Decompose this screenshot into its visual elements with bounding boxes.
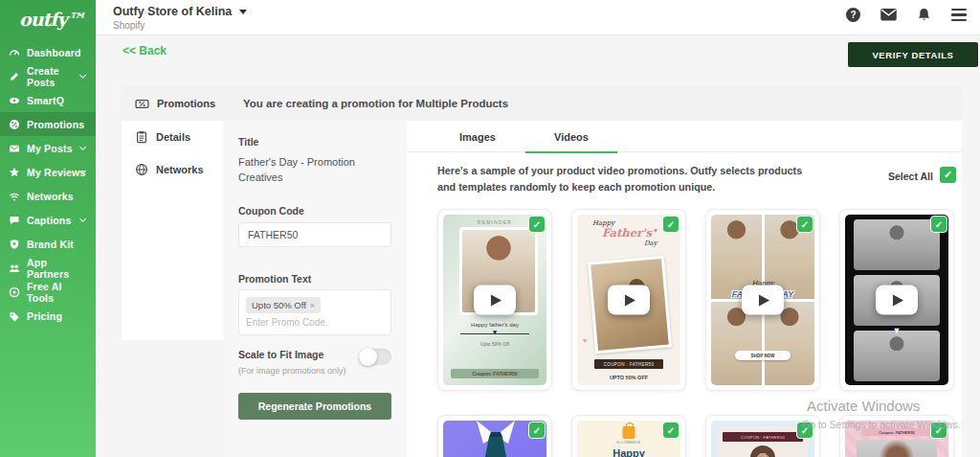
play-icon[interactable]: [608, 286, 650, 315]
video-card[interactable]: ✓ Happy FATHER'S DAY SHOP NOW: [705, 209, 820, 391]
menu-icon[interactable]: [951, 9, 967, 21]
bell-icon[interactable]: [917, 8, 931, 22]
wizard-header-strip: Promotions You are creating a promotion …: [122, 86, 962, 121]
play-icon[interactable]: [742, 286, 784, 315]
sidebar-item-dashboard[interactable]: Dashboard: [0, 40, 96, 64]
promotion-text-input[interactable]: Upto 50% Off × Enter Promo Code.: [238, 289, 391, 335]
store-switcher[interactable]: Outfy Store of Kelina: [113, 5, 247, 18]
ticket-icon: [135, 97, 149, 111]
help-icon[interactable]: ?: [846, 8, 860, 22]
video-thumbnail: REMINDER Happy father's day ♥ Upto 50% O…: [443, 215, 546, 385]
shopping-bag-icon: [623, 426, 635, 439]
sidebar-item-networks[interactable]: Networks: [0, 184, 96, 208]
sidebar-item-promotions[interactable]: Promotions: [0, 112, 96, 136]
video-card[interactable]: ✓: [437, 415, 552, 457]
sidebar-item-label: Promotions: [27, 119, 84, 130]
card-coupon: COUPON : FATHER50: [723, 432, 803, 442]
card-heading: Father's: [602, 226, 652, 240]
sidebar-item-my-reviews[interactable]: My Reviews: [0, 160, 96, 184]
coupon-code-label: Coupon Code: [238, 205, 304, 217]
card-logo-text: E-COMMERCE: [577, 441, 680, 445]
sidebar-item-label: Pricing: [27, 310, 62, 322]
envelope-icon: [9, 143, 20, 154]
promotion-banner: You are creating a promotion for Multipl…: [243, 86, 508, 121]
selected-checkmark[interactable]: ✓: [796, 216, 813, 233]
verify-details-button[interactable]: VERIFY DETAILS: [848, 42, 978, 67]
eye-icon: [9, 95, 20, 106]
video-thumbnail: Happy Father's ♥ Day ♥ COUPON : FATHER50…: [577, 215, 680, 385]
platform-label: Shopify: [113, 20, 145, 31]
heart-icon: ♥: [583, 337, 587, 344]
chevron-down-icon: [79, 144, 86, 150]
mail-icon[interactable]: [880, 9, 897, 21]
back-link[interactable]: << Back: [122, 44, 167, 57]
selected-checkmark[interactable]: ✓: [930, 216, 947, 233]
video-card[interactable]: ✓ Father's day ▼: [839, 209, 954, 391]
heart-icon: ♥: [654, 227, 657, 234]
clipboard-icon: [135, 130, 148, 144]
gallery-description: Here's a sample of your product video pr…: [437, 163, 813, 194]
wizard-step-details[interactable]: Details: [122, 121, 223, 153]
selected-checkmark[interactable]: ✓: [662, 422, 679, 439]
gauge-icon: [9, 47, 20, 58]
dropdown-caret-icon: [239, 10, 247, 14]
sidebar-item-free-ai-tools[interactable]: Free AI Tools: [0, 280, 96, 304]
sidebar-item-label: Dashboard: [27, 47, 81, 58]
video-card[interactable]: ✓ REMINDER Happy father's day ♥ Upto 50%…: [437, 209, 552, 391]
sidebar-item-captions[interactable]: Captions: [0, 208, 96, 232]
video-thumbnail: Father's day ▼: [845, 215, 948, 385]
down-arrow-icon: ▼: [845, 326, 948, 335]
details-form: Title Father's Day - Promotion Creatives…: [223, 121, 407, 457]
play-icon[interactable]: [876, 286, 918, 315]
tab-videos[interactable]: Videos: [525, 121, 617, 152]
selected-checkmark[interactable]: ✓: [528, 422, 546, 439]
store-name: Outfy Store of Kelina: [113, 5, 232, 18]
wizard-step-networks[interactable]: Networks: [122, 153, 223, 186]
card-caption: Happy father's day: [443, 322, 546, 328]
regenerate-promotions-button[interactable]: Regenerate Promotions: [238, 393, 391, 420]
wizard-nav: Details Networks: [122, 121, 223, 340]
pencil-icon: [9, 71, 20, 82]
wizard-step-promotions[interactable]: Promotions: [122, 86, 223, 121]
scale-note: (For image promotions only): [238, 366, 346, 376]
sidebar-item-brand-kit[interactable]: Brand Kit: [0, 232, 96, 256]
sidebar-item-label: Brand Kit: [27, 239, 74, 250]
selected-checkmark[interactable]: ✓: [528, 216, 546, 233]
remove-tag-icon[interactable]: ×: [310, 301, 315, 310]
video-card[interactable]: ✓ E-COMMERCE Happy: [571, 415, 686, 457]
title-value: Father's Day - Promotion Creatives: [238, 155, 391, 186]
card-heading: Day: [644, 240, 657, 247]
sidebar-item-label: Create Posts: [27, 65, 87, 88]
price-tag-icon: [9, 310, 20, 322]
select-all-label: Select All: [888, 171, 933, 182]
top-header: Outfy Store of Kelina Shopify ?: [96, 0, 980, 35]
video-card[interactable]: ✓ Happy Father's ♥ Day ♥ COUPON : FATHER…: [571, 209, 686, 391]
globe-icon: [135, 163, 148, 176]
scale-to-fit-label: Scale to Fit Image: [238, 349, 323, 360]
sidebar-item-app-partners[interactable]: App Partners: [0, 256, 96, 280]
card-offer: Upto 50% Off: [443, 341, 546, 347]
activate-windows-watermark: Activate Windows: [807, 398, 920, 414]
wizard-step-label: Details: [156, 131, 190, 143]
promotion-text-label: Promotion Text: [238, 273, 311, 285]
sidebar-item-smartq[interactable]: SmartQ: [0, 88, 96, 112]
wifi-icon: [9, 191, 20, 202]
chevron-down-icon: [79, 216, 86, 222]
coupon-code-input[interactable]: [238, 222, 391, 247]
app-sidebar: outfy™ Dashboard Create Posts SmartQ Pro…: [0, 0, 96, 457]
sidebar-item-pricing[interactable]: Pricing: [0, 304, 96, 328]
play-icon[interactable]: [474, 286, 516, 315]
selected-checkmark[interactable]: ✓: [662, 216, 679, 233]
sidebar-item-create-posts[interactable]: Create Posts: [0, 64, 96, 88]
select-all-checkbox[interactable]: ✓: [940, 167, 956, 183]
tab-images[interactable]: Images: [432, 121, 523, 152]
sidebar-item-label: My Posts: [27, 143, 73, 154]
shop-now-button: SHOP NOW: [735, 351, 791, 360]
sidebar-item-my-posts[interactable]: My Posts: [0, 136, 96, 160]
title-label: Title: [238, 136, 258, 148]
promo-placeholder: Enter Promo Code.: [246, 317, 384, 328]
scale-to-fit-toggle[interactable]: [359, 349, 391, 365]
promo-tag: Upto 50% Off ×: [246, 297, 321, 313]
people-icon: [9, 263, 20, 274]
heart-icon: ♥: [443, 329, 546, 335]
